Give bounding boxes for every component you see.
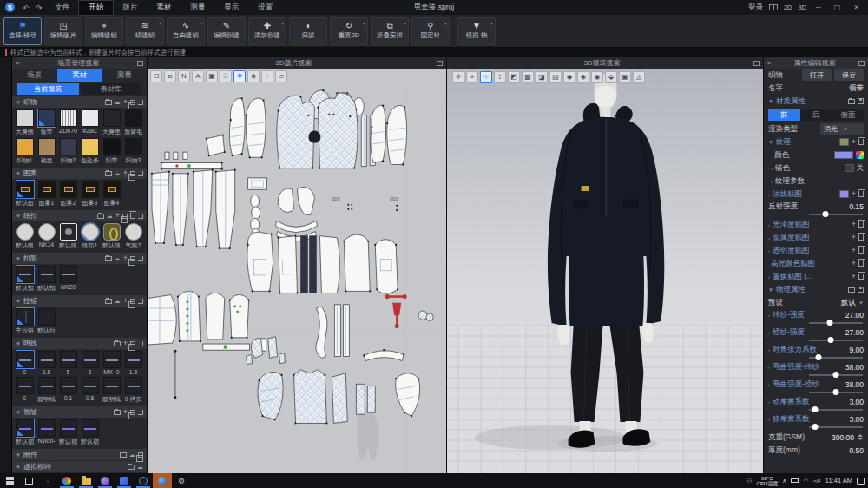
color-picker-icon[interactable]: [856, 151, 864, 159]
chevron-right-icon[interactable]: ›: [771, 179, 773, 184]
garment-3d-canvas[interactable]: ✛⌖⊹⟟◩▩◪▤◆◈◉⬙▣◬: [447, 69, 763, 473]
folder-icon[interactable]: [97, 214, 104, 219]
slider-track[interactable]: [809, 340, 863, 341]
ribbon-tool-button[interactable]: ✚ 添加假缝 ▾: [248, 17, 286, 45]
ribbon-tool-button[interactable]: ⧉ 折叠安排 ▾: [371, 17, 409, 45]
chevron-down-icon[interactable]: ▼: [858, 300, 864, 306]
material-side-tab[interactable]: 后: [800, 109, 832, 121]
slider-knob[interactable]: [827, 337, 833, 343]
notification-center-icon[interactable]: [857, 478, 865, 485]
copy-icon[interactable]: [130, 341, 135, 346]
chevron-down-icon[interactable]: ▼: [768, 140, 773, 145]
slider-knob[interactable]: [826, 320, 832, 326]
slider-knob[interactable]: [833, 372, 839, 378]
fabric-swatch[interactable]: 包边条: [80, 138, 100, 165]
view3d-tool-icon[interactable]: ▤: [549, 71, 562, 83]
fabric-swatch[interactable]: 袖里: [36, 138, 56, 165]
add-icon[interactable]: +: [852, 234, 856, 241]
pattern-thumbnail[interactable]: 图案3: [80, 181, 100, 208]
view3d-tool-icon[interactable]: ▩: [522, 71, 534, 83]
ribbon-tool-button[interactable]: ⌖ 编辑缝纫: [85, 17, 123, 45]
cloud-icon[interactable]: ☁: [107, 214, 113, 219]
sidebar-subtab[interactable]: 素材库: [81, 83, 142, 95]
tint-state[interactable]: 关: [857, 163, 865, 174]
fabric-swatch[interactable]: 大身里: [102, 109, 122, 136]
sidebar-tab[interactable]: 素材: [57, 69, 102, 82]
undo-button[interactable]: ↶: [19, 3, 32, 12]
popout-icon[interactable]: [437, 61, 443, 66]
fabric-swatch[interactable]: 织带: [102, 138, 122, 165]
slider-knob[interactable]: [812, 424, 819, 430]
trash-icon[interactable]: [858, 221, 864, 228]
slider-track[interactable]: [809, 374, 863, 376]
folder-icon[interactable]: [114, 341, 121, 346]
folder-icon[interactable]: [120, 452, 127, 458]
pattern-thumbnail[interactable]: 图案4: [102, 181, 122, 208]
view3d-tool-icon[interactable]: ⬙: [605, 71, 617, 83]
fabric-swatch[interactable]: ZD670: [58, 109, 78, 136]
view2d-tool-icon[interactable]: ▱: [275, 70, 287, 82]
menu-item[interactable]: 测量: [181, 1, 214, 15]
view3d-tool-icon[interactable]: ⊹: [480, 71, 492, 83]
folder-icon[interactable]: [848, 99, 855, 104]
topstitch-thumbnail[interactable]: 6: [80, 351, 100, 375]
chevron-down-icon[interactable]: ▾: [490, 20, 493, 26]
pattern-thumbnail[interactable]: 图案2: [58, 181, 78, 208]
zipper-thumbnail[interactable]: 默认拉: [36, 308, 56, 335]
slider-track[interactable]: [809, 426, 863, 428]
tray-expand-icon[interactable]: ∧: [782, 478, 786, 485]
pattern-thumbnail[interactable]: 默认图: [15, 181, 35, 208]
trash-icon[interactable]: [858, 274, 864, 280]
topstitch-thumbnail[interactable]: MX_0: [102, 351, 122, 375]
section-header-avatar[interactable]: ▼虚拟模特 ☁: [12, 461, 147, 472]
copy-icon[interactable]: [130, 299, 135, 304]
chevron-right-icon[interactable]: ›: [768, 192, 770, 197]
ribbon-tool-button[interactable]: ⚲ 固定针 ▾: [411, 17, 450, 45]
view2d-tool-icon[interactable]: A: [192, 70, 204, 82]
preset-select[interactable]: 默认: [841, 298, 856, 308]
trash-icon[interactable]: [858, 234, 864, 241]
slider-track[interactable]: [809, 392, 863, 393]
chevron-right-icon[interactable]: ›: [768, 417, 770, 422]
copy-icon[interactable]: [130, 100, 135, 105]
button-thumbnail[interactable]: 默认纽: [15, 223, 35, 250]
sidebar-tab[interactable]: 测量: [102, 69, 147, 82]
chevron-right-icon[interactable]: ›: [768, 248, 770, 254]
color-swatch[interactable]: [834, 151, 853, 159]
view2d-tool-icon[interactable]: ▣: [206, 70, 218, 82]
save-button[interactable]: 保存: [834, 69, 864, 81]
chevron-right-icon[interactable]: ›: [768, 330, 770, 335]
menu-item[interactable]: 显示: [214, 1, 248, 15]
view2d-tool-icon[interactable]: ❖: [233, 70, 246, 82]
open-button[interactable]: 打开: [802, 69, 832, 81]
ribbon-tool-button[interactable]: ◗ 归拔: [289, 17, 327, 45]
cloud-icon[interactable]: ☁: [129, 452, 135, 458]
material-side-tab[interactable]: 侧面: [832, 109, 864, 121]
split-view-icon[interactable]: [769, 4, 778, 10]
save-icon[interactable]: [858, 287, 864, 293]
buttonhole-thumbnail[interactable]: 默认扣: [36, 266, 56, 293]
button-thumbnail[interactable]: 默认纽: [102, 223, 122, 250]
add-icon[interactable]: +: [123, 255, 128, 261]
topstitch-thumbnail[interactable]: 0: [15, 377, 35, 404]
view2d-tool-icon[interactable]: ◌: [261, 70, 273, 82]
topstitch-thumbnail[interactable]: 0: [15, 351, 35, 375]
menu-item[interactable]: 素材: [147, 1, 181, 15]
sidebar-tab[interactable]: 场景: [12, 69, 57, 82]
add-icon[interactable]: +: [123, 340, 128, 346]
copy-icon[interactable]: [130, 410, 135, 415]
tint-swatch[interactable]: [845, 164, 854, 172]
topstitch-thumbnail[interactable]: 5: [58, 351, 78, 375]
view3d-tool-icon[interactable]: ⌖: [466, 71, 478, 83]
zipper-thumbnail[interactable]: 主拉链: [15, 308, 35, 335]
view2d-tool-icon[interactable]: N: [178, 70, 190, 82]
stepper-control[interactable]: [857, 434, 864, 440]
button-thumbnail[interactable]: 纽扣1: [80, 223, 100, 250]
chevron-right-icon[interactable]: ›: [768, 347, 770, 353]
minimize-button[interactable]: ─: [812, 3, 825, 11]
fabric-swatch[interactable]: 织物1: [15, 138, 35, 165]
ribbon-tool-button[interactable]: ≋ 线缝纫 ▾: [126, 17, 164, 45]
chevron-down-icon[interactable]: ▾: [200, 20, 202, 26]
ribbon-tool-button[interactable]: ▼ 模拟-快 ▾: [457, 17, 496, 45]
cloud-icon[interactable]: ☁: [115, 256, 121, 261]
